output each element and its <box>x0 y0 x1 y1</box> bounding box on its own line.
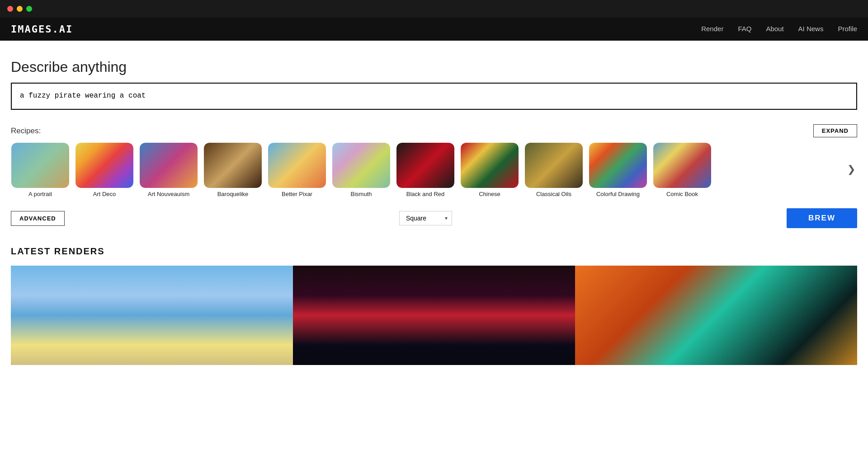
render-card-render3[interactable] <box>575 266 857 365</box>
recipe-item-artnouveauism[interactable]: Art Nouveauism <box>139 143 198 197</box>
renders-grid <box>11 266 857 365</box>
recipe-img-inner-comicbook <box>653 143 711 188</box>
recipe-img-inner-classicaloils <box>525 143 583 188</box>
recipe-img-baroque <box>204 143 262 188</box>
recipe-item-colorful[interactable]: Colorful Drawing <box>589 143 647 197</box>
recipe-img-inner-portrait <box>11 143 69 188</box>
latest-renders-title: LATEST RENDERS <box>11 246 857 257</box>
recipe-item-bismuth[interactable]: Bismuth <box>332 143 391 197</box>
recipe-img-inner-colorful <box>589 143 647 188</box>
recipe-item-artdeco[interactable]: Art Deco <box>75 143 134 197</box>
recipe-label-artdeco: Art Deco <box>93 191 116 197</box>
recipe-img-inner-artdeco <box>75 143 133 188</box>
advanced-button[interactable]: ADVANCED <box>11 211 65 226</box>
recipe-img-inner-bismuth <box>332 143 390 188</box>
nav-link-about[interactable]: About <box>766 25 783 33</box>
recipe-img-classicaloils <box>525 143 583 188</box>
recipe-img-inner-blackred <box>396 143 454 188</box>
navbar: IMAGES.AI RenderFAQAboutAI NewsProfile <box>0 17 868 41</box>
nav-link-ainews[interactable]: AI News <box>798 25 824 33</box>
recipe-label-chinese: Chinese <box>479 191 500 197</box>
minimize-button[interactable] <box>17 6 23 12</box>
recipe-item-classicaloils[interactable]: Classical Oils <box>524 143 583 197</box>
recipe-label-bismuth: Bismuth <box>351 191 372 197</box>
nav-link-faq[interactable]: FAQ <box>738 25 751 33</box>
recipe-img-pixar <box>268 143 326 188</box>
recipe-item-baroque[interactable]: Baroquelike <box>203 143 262 197</box>
recipe-label-comicbook: Comic Book <box>666 191 698 197</box>
recipe-label-blackred: Black and Red <box>406 191 445 197</box>
recipe-img-inner-pixar <box>268 143 326 188</box>
recipes-scroll: A portraitArt DecoArt NouveauismBaroquel… <box>11 143 712 199</box>
recipe-img-inner-artnouveauism <box>140 143 198 188</box>
recipe-img-artdeco <box>75 143 133 188</box>
recipes-label: Recipes: <box>11 126 41 136</box>
recipe-img-portrait <box>11 143 69 188</box>
site-logo[interactable]: IMAGES.AI <box>11 23 73 35</box>
recipe-img-inner-baroque <box>204 143 262 188</box>
render-card-render1[interactable] <box>11 266 293 365</box>
recipe-img-chinese <box>461 143 519 188</box>
prompt-input[interactable] <box>11 83 857 110</box>
recipes-header: Recipes: EXPAND <box>11 124 857 137</box>
recipe-label-pixar: Better Pixar <box>282 191 312 197</box>
titlebar <box>0 0 868 17</box>
nav-link-render[interactable]: Render <box>701 25 723 33</box>
describe-label: Describe anything <box>11 59 857 75</box>
recipe-img-colorful <box>589 143 647 188</box>
nav-links: RenderFAQAboutAI NewsProfile <box>701 25 857 33</box>
controls-row: ADVANCED SquarePortraitLandscape ▾ BREW <box>11 208 857 228</box>
recipe-img-inner-chinese <box>461 143 519 188</box>
shape-select-wrapper: SquarePortraitLandscape ▾ <box>399 211 452 225</box>
nav-link-profile[interactable]: Profile <box>838 25 857 33</box>
recipe-item-chinese[interactable]: Chinese <box>460 143 519 197</box>
close-button[interactable] <box>7 6 13 12</box>
recipe-label-baroque: Baroquelike <box>217 191 249 197</box>
recipe-img-comicbook <box>653 143 711 188</box>
scroll-right-button[interactable]: ❯ <box>845 159 857 178</box>
main-content: Describe anything Recipes: EXPAND A port… <box>0 41 868 228</box>
recipe-img-bismuth <box>332 143 390 188</box>
recipe-img-blackred <box>396 143 454 188</box>
recipe-item-pixar[interactable]: Better Pixar <box>268 143 326 197</box>
recipe-item-comicbook[interactable]: Comic Book <box>653 143 712 197</box>
expand-button[interactable]: EXPAND <box>813 124 857 137</box>
recipe-img-artnouveauism <box>140 143 198 188</box>
shape-select[interactable]: SquarePortraitLandscape <box>399 211 452 225</box>
recipe-item-portrait[interactable]: A portrait <box>11 143 70 197</box>
recipe-label-portrait: A portrait <box>28 191 52 197</box>
recipes-row: A portraitArt DecoArt NouveauismBaroquel… <box>11 143 857 199</box>
render-card-render2[interactable] <box>293 266 575 365</box>
recipe-label-colorful: Colorful Drawing <box>596 191 640 197</box>
recipe-label-classicaloils: Classical Oils <box>536 191 571 197</box>
recipe-item-blackred[interactable]: Black and Red <box>396 143 455 197</box>
latest-renders-section: LATEST RENDERS <box>0 246 868 365</box>
recipe-label-artnouveauism: Art Nouveauism <box>148 191 189 197</box>
maximize-button[interactable] <box>26 6 32 12</box>
brew-button[interactable]: BREW <box>787 208 857 228</box>
